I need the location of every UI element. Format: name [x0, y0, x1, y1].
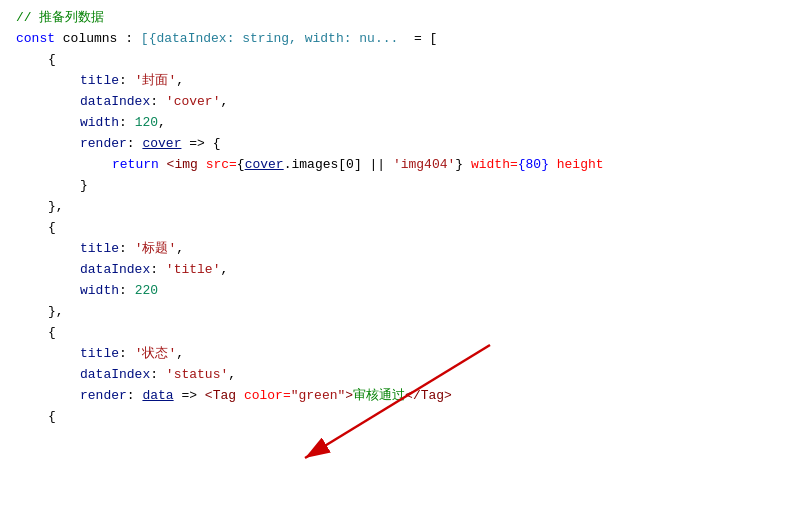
token: 'title' — [166, 260, 221, 281]
line-close-render1: } — [0, 176, 804, 197]
token: 'status' — [166, 365, 228, 386]
line-open1: { — [0, 50, 804, 71]
token: dataIndex — [80, 365, 150, 386]
token: width — [80, 281, 119, 302]
token: [{dataIndex: string, width: nu... — [141, 29, 398, 50]
token: data — [142, 386, 173, 407]
token: 'cover' — [166, 92, 221, 113]
token: title — [80, 344, 119, 365]
token: '封面' — [135, 71, 177, 92]
token: {80} — [518, 155, 549, 176]
line-return1: return <img src={cover.images[0] || 'img… — [0, 155, 804, 176]
line-dataindex2: dataIndex: 'title', — [0, 260, 804, 281]
token: width — [80, 113, 119, 134]
line-render3: render: data => <Tag color="green">审核通过<… — [0, 386, 804, 407]
token: , — [228, 365, 236, 386]
line-dataindex1: dataIndex: 'cover', — [0, 92, 804, 113]
token: color= — [236, 386, 291, 407]
line-dataindex3: dataIndex: 'status', — [0, 365, 804, 386]
token: "green" — [291, 386, 346, 407]
token: dataIndex — [80, 92, 150, 113]
token: '标题' — [135, 239, 177, 260]
token: : — [119, 71, 135, 92]
token: columns — [55, 29, 125, 50]
token: cover — [142, 134, 181, 155]
token: } — [455, 155, 463, 176]
token: , — [220, 260, 228, 281]
token: { — [237, 155, 245, 176]
token: render — [80, 386, 127, 407]
token: const — [16, 29, 55, 50]
token: , — [220, 92, 228, 113]
token: : — [150, 92, 166, 113]
token: dataIndex — [80, 260, 150, 281]
token: => — [174, 386, 205, 407]
token: , — [176, 239, 184, 260]
line-width2: width: 220 — [0, 281, 804, 302]
line-close1: }, — [0, 197, 804, 218]
token: 'img404' — [393, 155, 455, 176]
token: { — [48, 407, 56, 428]
token: : — [127, 134, 143, 155]
line-title3: title: '状态', — [0, 344, 804, 365]
token: 120 — [135, 113, 158, 134]
line-close3: { — [0, 407, 804, 428]
token: 推备列数据 — [39, 8, 104, 29]
token: , — [158, 113, 166, 134]
token: { — [48, 50, 56, 71]
line-open3: { — [0, 323, 804, 344]
token: }, — [48, 197, 64, 218]
line-title2: title: '标题', — [0, 239, 804, 260]
line-comment: // 推备列数据 — [0, 8, 804, 29]
token: { — [48, 218, 56, 239]
token: // — [16, 8, 39, 29]
token: src= — [198, 155, 237, 176]
token: cover — [245, 155, 284, 176]
code-editor: // 推备列数据const columns : [{dataIndex: str… — [0, 0, 804, 509]
token: : — [150, 365, 166, 386]
token: height — [549, 155, 604, 176]
token: : — [119, 113, 135, 134]
token: , — [176, 344, 184, 365]
line-render1: render: cover => { — [0, 134, 804, 155]
code-lines: // 推备列数据const columns : [{dataIndex: str… — [0, 8, 804, 428]
token: </Tag> — [405, 386, 452, 407]
line-const: const columns : [{dataIndex: string, wid… — [0, 29, 804, 50]
line-open2: { — [0, 218, 804, 239]
token: render — [80, 134, 127, 155]
token: <img — [167, 155, 198, 176]
line-width1: width: 120, — [0, 113, 804, 134]
token: , — [176, 71, 184, 92]
token: }, — [48, 302, 64, 323]
token: > — [345, 386, 353, 407]
line-close2: }, — [0, 302, 804, 323]
token: .images[0] || — [284, 155, 393, 176]
line-title1: title: '封面', — [0, 71, 804, 92]
token: : — [127, 386, 143, 407]
token: : — [150, 260, 166, 281]
token: '状态' — [135, 344, 177, 365]
token: : — [119, 281, 135, 302]
token: title — [80, 239, 119, 260]
token: = [ — [398, 29, 437, 50]
token: 审核通过 — [353, 386, 405, 407]
token: title — [80, 71, 119, 92]
token: width= — [463, 155, 518, 176]
token: => { — [181, 134, 220, 155]
token: : — [125, 29, 141, 50]
token: : — [119, 344, 135, 365]
token: { — [48, 323, 56, 344]
token: return — [112, 155, 167, 176]
token: <Tag — [205, 386, 236, 407]
token: 220 — [135, 281, 158, 302]
token: : — [119, 239, 135, 260]
token: } — [80, 176, 88, 197]
